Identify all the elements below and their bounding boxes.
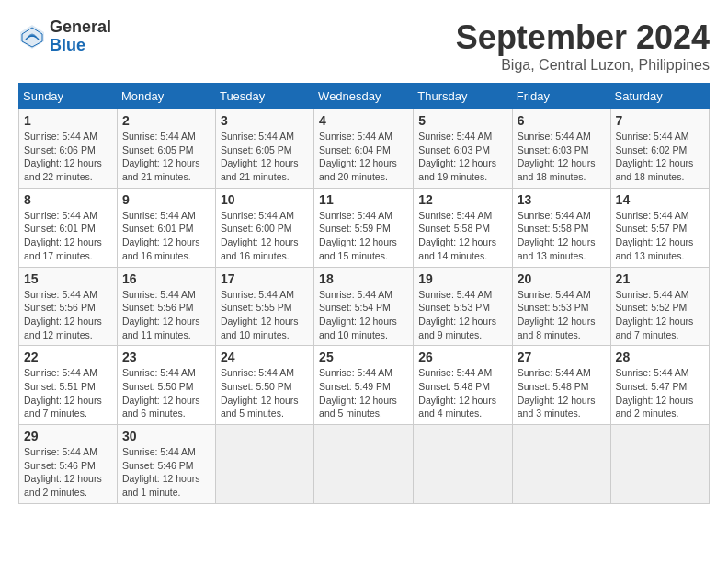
day-number: 8 bbox=[24, 192, 112, 207]
day-number: 1 bbox=[24, 113, 112, 128]
day-number: 29 bbox=[24, 429, 112, 443]
day-info: Sunrise: 5:44 AM Sunset: 5:55 PM Dayligh… bbox=[221, 288, 309, 342]
calendar-cell: 20Sunrise: 5:44 AM Sunset: 5:53 PM Dayli… bbox=[512, 267, 610, 346]
calendar-subtitle: Biga, Central Luzon, Philippines bbox=[456, 57, 710, 74]
calendar-cell: 15Sunrise: 5:44 AM Sunset: 5:56 PM Dayli… bbox=[19, 267, 118, 346]
day-info: Sunrise: 5:44 AM Sunset: 6:02 PM Dayligh… bbox=[616, 130, 704, 184]
calendar-cell: 3Sunrise: 5:44 AM Sunset: 6:05 PM Daylig… bbox=[215, 109, 313, 189]
day-info: Sunrise: 5:44 AM Sunset: 6:06 PM Dayligh… bbox=[24, 130, 112, 184]
calendar-cell: 14Sunrise: 5:44 AM Sunset: 5:57 PM Dayli… bbox=[610, 188, 709, 267]
day-info: Sunrise: 5:44 AM Sunset: 6:01 PM Dayligh… bbox=[24, 209, 112, 263]
calendar-table: SundayMondayTuesdayWednesdayThursdayFrid… bbox=[18, 83, 710, 504]
header-tuesday: Tuesday bbox=[215, 84, 313, 109]
day-number: 7 bbox=[616, 113, 704, 128]
day-info: Sunrise: 5:44 AM Sunset: 5:51 PM Dayligh… bbox=[24, 366, 112, 420]
calendar-cell: 22Sunrise: 5:44 AM Sunset: 5:51 PM Dayli… bbox=[19, 346, 118, 425]
day-number: 10 bbox=[221, 192, 309, 207]
day-info: Sunrise: 5:44 AM Sunset: 5:54 PM Dayligh… bbox=[319, 288, 408, 342]
calendar-cell: 21Sunrise: 5:44 AM Sunset: 5:52 PM Dayli… bbox=[610, 267, 709, 346]
day-info: Sunrise: 5:44 AM Sunset: 6:05 PM Dayligh… bbox=[122, 130, 210, 184]
calendar-cell: 27Sunrise: 5:44 AM Sunset: 5:48 PM Dayli… bbox=[512, 346, 610, 425]
calendar-header: SundayMondayTuesdayWednesdayThursdayFrid… bbox=[19, 84, 710, 109]
day-number: 22 bbox=[24, 350, 112, 364]
calendar-title: September 2024 bbox=[456, 18, 710, 57]
calendar-cell bbox=[215, 425, 313, 504]
calendar-cell: 9Sunrise: 5:44 AM Sunset: 6:01 PM Daylig… bbox=[117, 188, 215, 267]
logo: General Blue bbox=[18, 18, 111, 55]
day-number: 24 bbox=[221, 350, 309, 364]
day-number: 21 bbox=[616, 271, 704, 286]
day-info: Sunrise: 5:44 AM Sunset: 5:49 PM Dayligh… bbox=[319, 366, 408, 420]
calendar-cell: 23Sunrise: 5:44 AM Sunset: 5:50 PM Dayli… bbox=[117, 346, 215, 425]
calendar-cell: 17Sunrise: 5:44 AM Sunset: 5:55 PM Dayli… bbox=[215, 267, 313, 346]
header-sunday: Sunday bbox=[19, 84, 118, 109]
day-number: 9 bbox=[122, 192, 210, 207]
calendar-cell: 5Sunrise: 5:44 AM Sunset: 6:03 PM Daylig… bbox=[414, 109, 512, 189]
day-number: 30 bbox=[122, 429, 210, 443]
day-number: 28 bbox=[616, 350, 704, 364]
day-number: 18 bbox=[319, 271, 408, 286]
week-row-4: 22Sunrise: 5:44 AM Sunset: 5:51 PM Dayli… bbox=[19, 346, 710, 425]
day-number: 3 bbox=[221, 113, 309, 128]
calendar-cell: 26Sunrise: 5:44 AM Sunset: 5:48 PM Dayli… bbox=[414, 346, 512, 425]
calendar-cell: 18Sunrise: 5:44 AM Sunset: 5:54 PM Dayli… bbox=[314, 267, 414, 346]
week-row-3: 15Sunrise: 5:44 AM Sunset: 5:56 PM Dayli… bbox=[19, 267, 710, 346]
logo-blue-text: Blue bbox=[50, 37, 111, 55]
calendar-cell: 11Sunrise: 5:44 AM Sunset: 5:59 PM Dayli… bbox=[314, 188, 414, 267]
day-info: Sunrise: 5:44 AM Sunset: 5:48 PM Dayligh… bbox=[418, 366, 506, 420]
header-saturday: Saturday bbox=[610, 84, 709, 109]
day-number: 20 bbox=[518, 271, 606, 286]
day-info: Sunrise: 5:44 AM Sunset: 5:46 PM Dayligh… bbox=[24, 445, 112, 500]
header-row: SundayMondayTuesdayWednesdayThursdayFrid… bbox=[19, 84, 710, 109]
week-row-5: 29Sunrise: 5:44 AM Sunset: 5:46 PM Dayli… bbox=[19, 425, 710, 504]
day-number: 26 bbox=[418, 350, 506, 364]
day-info: Sunrise: 5:44 AM Sunset: 5:47 PM Dayligh… bbox=[616, 366, 704, 420]
logo-icon bbox=[18, 23, 46, 51]
calendar-cell: 8Sunrise: 5:44 AM Sunset: 6:01 PM Daylig… bbox=[19, 188, 118, 267]
day-number: 16 bbox=[122, 271, 210, 286]
day-info: Sunrise: 5:44 AM Sunset: 6:01 PM Dayligh… bbox=[122, 209, 210, 263]
title-section: September 2024 Biga, Central Luzon, Phil… bbox=[456, 18, 710, 74]
day-number: 12 bbox=[418, 192, 506, 207]
week-row-1: 1Sunrise: 5:44 AM Sunset: 6:06 PM Daylig… bbox=[19, 109, 710, 189]
day-info: Sunrise: 5:44 AM Sunset: 6:05 PM Dayligh… bbox=[221, 130, 309, 184]
header-wednesday: Wednesday bbox=[314, 84, 414, 109]
header-monday: Monday bbox=[117, 84, 215, 109]
day-info: Sunrise: 5:44 AM Sunset: 5:53 PM Dayligh… bbox=[418, 288, 506, 342]
calendar-cell: 30Sunrise: 5:44 AM Sunset: 5:46 PM Dayli… bbox=[117, 425, 215, 504]
calendar-cell: 10Sunrise: 5:44 AM Sunset: 6:00 PM Dayli… bbox=[215, 188, 313, 267]
day-info: Sunrise: 5:44 AM Sunset: 6:00 PM Dayligh… bbox=[221, 209, 309, 263]
logo-general-text: General bbox=[50, 18, 111, 37]
day-info: Sunrise: 5:44 AM Sunset: 5:52 PM Dayligh… bbox=[616, 288, 704, 342]
day-number: 6 bbox=[518, 113, 606, 128]
calendar-cell: 12Sunrise: 5:44 AM Sunset: 5:58 PM Dayli… bbox=[414, 188, 512, 267]
day-info: Sunrise: 5:44 AM Sunset: 5:56 PM Dayligh… bbox=[122, 288, 210, 342]
day-info: Sunrise: 5:44 AM Sunset: 5:56 PM Dayligh… bbox=[24, 288, 112, 342]
day-number: 2 bbox=[122, 113, 210, 128]
calendar-body: 1Sunrise: 5:44 AM Sunset: 6:06 PM Daylig… bbox=[19, 109, 710, 504]
day-info: Sunrise: 5:44 AM Sunset: 5:50 PM Dayligh… bbox=[221, 366, 309, 420]
day-number: 17 bbox=[221, 271, 309, 286]
day-info: Sunrise: 5:44 AM Sunset: 6:04 PM Dayligh… bbox=[319, 130, 408, 184]
calendar-cell: 6Sunrise: 5:44 AM Sunset: 6:03 PM Daylig… bbox=[512, 109, 610, 189]
day-number: 27 bbox=[518, 350, 606, 364]
day-number: 15 bbox=[24, 271, 112, 286]
calendar-cell: 24Sunrise: 5:44 AM Sunset: 5:50 PM Dayli… bbox=[215, 346, 313, 425]
calendar-cell: 1Sunrise: 5:44 AM Sunset: 6:06 PM Daylig… bbox=[19, 109, 118, 189]
week-row-2: 8Sunrise: 5:44 AM Sunset: 6:01 PM Daylig… bbox=[19, 188, 710, 267]
day-number: 5 bbox=[418, 113, 506, 128]
day-info: Sunrise: 5:44 AM Sunset: 5:58 PM Dayligh… bbox=[418, 209, 506, 263]
day-info: Sunrise: 5:44 AM Sunset: 5:57 PM Dayligh… bbox=[616, 209, 704, 263]
day-number: 13 bbox=[518, 192, 606, 207]
logo-text: General Blue bbox=[50, 18, 111, 55]
calendar-cell: 29Sunrise: 5:44 AM Sunset: 5:46 PM Dayli… bbox=[19, 425, 118, 504]
day-number: 25 bbox=[319, 350, 408, 364]
day-number: 19 bbox=[418, 271, 506, 286]
day-info: Sunrise: 5:44 AM Sunset: 6:03 PM Dayligh… bbox=[518, 130, 606, 184]
calendar-cell: 2Sunrise: 5:44 AM Sunset: 6:05 PM Daylig… bbox=[117, 109, 215, 189]
header-friday: Friday bbox=[512, 84, 610, 109]
header-thursday: Thursday bbox=[414, 84, 512, 109]
calendar-cell bbox=[414, 425, 512, 504]
day-number: 11 bbox=[319, 192, 408, 207]
calendar-cell: 25Sunrise: 5:44 AM Sunset: 5:49 PM Dayli… bbox=[314, 346, 414, 425]
